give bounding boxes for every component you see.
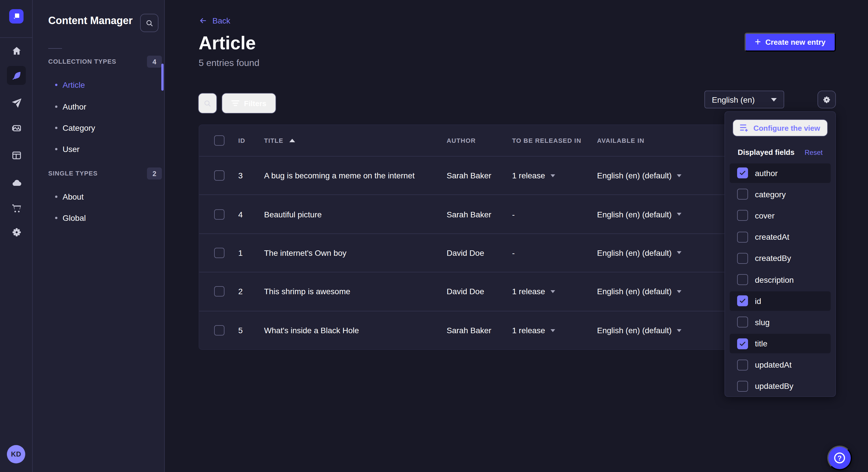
column-header-label: AUTHOR — [446, 137, 476, 144]
column-header-author[interactable]: AUTHOR — [446, 137, 476, 144]
settings-icon[interactable] — [7, 223, 26, 241]
cell-available-in[interactable]: English (en) (default) — [597, 171, 681, 180]
cell-available-in[interactable]: English (en) (default) — [597, 248, 681, 258]
cell-available-in[interactable]: English (en) (default) — [597, 326, 681, 335]
media-library-icon[interactable] — [7, 119, 26, 138]
chevron-down-icon — [677, 329, 681, 332]
search-icon[interactable] — [140, 14, 158, 32]
row-checkbox[interactable] — [214, 326, 224, 336]
subnav-scrollbar-thumb[interactable] — [161, 64, 164, 91]
create-new-entry-button[interactable]: + Create new entry — [744, 33, 836, 52]
sidebar-item-user[interactable]: User — [33, 139, 165, 159]
row-checkbox[interactable] — [214, 286, 224, 297]
field-toggle-id[interactable]: id — [730, 290, 831, 311]
main-nav-rail: KD — [0, 0, 33, 472]
bullet-icon — [55, 84, 57, 86]
bullet-icon — [55, 148, 57, 150]
displayed-fields-list: authorcategorycovercreatedAtcreatedBydes… — [730, 162, 831, 397]
chevron-down-icon — [677, 174, 681, 177]
releases-icon[interactable] — [7, 94, 26, 112]
reset-link[interactable]: Reset — [805, 148, 823, 156]
table-search-icon[interactable] — [198, 93, 217, 113]
locale-value: English (en) — [712, 95, 755, 104]
sidebar-item-category[interactable]: Category — [33, 118, 165, 137]
cell-title: Beautiful picture — [264, 210, 322, 219]
field-toggle-createdBy[interactable]: createdBy — [730, 248, 831, 269]
field-toggle-updatedBy[interactable]: updatedBy — [730, 376, 831, 397]
cell-title: What's inside a Black Hole — [264, 326, 359, 335]
field-toggle-author[interactable]: author — [730, 162, 831, 183]
checkbox-unchecked-icon — [737, 189, 748, 200]
cell-available-in[interactable]: English (en) (default) — [597, 287, 681, 296]
checkbox-unchecked-icon — [737, 274, 748, 285]
displayed-fields-title: Displayed fields — [738, 148, 795, 157]
field-label: createdBy — [755, 254, 791, 263]
cell-to-be-released-in[interactable]: 1 release — [512, 326, 555, 335]
column-header-to-be-released-in[interactable]: TO BE RELEASED IN — [512, 137, 581, 144]
configure-view-button[interactable]: Configure the view — [733, 119, 828, 136]
checkbox-box — [214, 286, 224, 297]
checkbox-box — [214, 326, 224, 336]
checkbox-checked-icon — [737, 167, 748, 178]
cloud-icon[interactable] — [7, 173, 26, 192]
filters-label: Filters — [244, 99, 267, 107]
sidebar-item-article[interactable]: Article — [33, 75, 165, 95]
cell-id: 1 — [238, 248, 243, 258]
field-label: id — [755, 296, 761, 305]
cell-id: 4 — [238, 210, 243, 219]
sidebar-item-label: Article — [63, 80, 85, 90]
field-label: cover — [755, 211, 774, 220]
field-toggle-createdAt[interactable]: createdAt — [730, 226, 831, 247]
cell-author: Sarah Baker — [446, 210, 491, 219]
field-pill: slug — [730, 312, 831, 332]
field-toggle-cover[interactable]: cover — [730, 205, 831, 226]
column-header-title[interactable]: TITLE — [264, 137, 295, 144]
column-header-id[interactable]: ID — [238, 137, 245, 144]
sort-ascending-icon — [289, 139, 295, 142]
locale-select[interactable]: English (en) — [704, 91, 784, 108]
select-all-checkbox[interactable] — [214, 135, 224, 146]
cell-to-be-released-in[interactable]: 1 release — [512, 171, 555, 180]
filters-button[interactable]: Filters — [222, 93, 276, 113]
checkbox-box — [214, 170, 224, 181]
field-label: createdAt — [755, 232, 789, 241]
row-checkbox[interactable] — [214, 248, 224, 258]
field-pill: title — [730, 334, 831, 353]
cell-to-be-released-in: - — [512, 248, 515, 258]
cell-id: 2 — [238, 287, 243, 296]
strapi-logo-icon[interactable] — [9, 9, 24, 24]
section-label: COLLECTION TYPES — [48, 58, 116, 65]
marketplace-icon[interactable] — [7, 198, 26, 217]
field-toggle-slug[interactable]: slug — [730, 312, 831, 333]
cell-to-be-released-in[interactable]: 1 release — [512, 287, 555, 296]
checkbox-unchecked-icon — [737, 253, 748, 264]
cell-author: David Doe — [446, 287, 484, 296]
field-pill: updatedAt — [730, 355, 831, 375]
sidebar-item-about[interactable]: About — [33, 187, 165, 206]
field-toggle-category[interactable]: category — [730, 183, 831, 205]
checkbox-unchecked-icon — [737, 231, 748, 242]
row-checkbox[interactable] — [214, 170, 224, 181]
back-link[interactable]: Back — [198, 16, 230, 25]
content-manager-icon[interactable] — [7, 66, 26, 85]
cell-to-be-released-in: - — [512, 210, 515, 219]
content-type-builder-icon[interactable] — [7, 146, 26, 165]
field-toggle-description[interactable]: description — [730, 269, 831, 290]
row-checkbox[interactable] — [214, 209, 224, 220]
field-pill: updatedBy — [730, 376, 831, 396]
home-icon[interactable] — [7, 41, 26, 60]
help-button[interactable]: ? — [827, 446, 852, 470]
cell-available-in[interactable]: English (en) (default) — [597, 210, 681, 219]
sidebar-item-global[interactable]: Global — [33, 208, 165, 228]
bullet-icon — [55, 105, 57, 107]
field-toggle-updatedAt[interactable]: updatedAt — [730, 354, 831, 375]
sidebar-item-author[interactable]: Author — [33, 97, 165, 116]
column-header-available-in[interactable]: AVAILABLE IN — [597, 137, 644, 144]
field-toggle-title[interactable]: title — [730, 333, 831, 354]
user-avatar[interactable]: KD — [7, 445, 25, 463]
field-pill: createdBy — [730, 248, 831, 268]
view-settings-gear-icon[interactable] — [817, 91, 836, 108]
field-pill: createdAt — [730, 227, 831, 247]
subnav-title: Content Manager — [48, 15, 133, 27]
cell-id: 3 — [238, 171, 243, 180]
